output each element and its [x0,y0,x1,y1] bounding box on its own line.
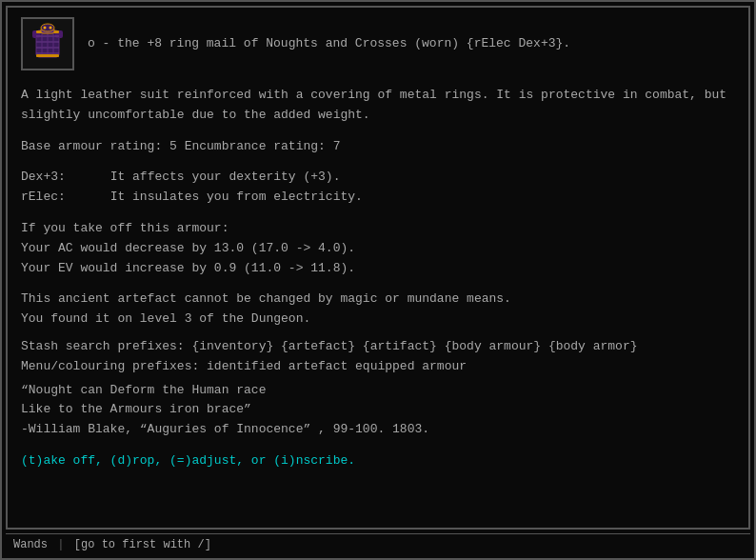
stats-text: Base armour rating: 5 Encumbrance rating… [21,139,340,153]
bottom-left: Wands [13,538,48,551]
description-block: A light leather suit reinforced with a c… [21,86,735,126]
item-name-text: o - the +8 ring mail of Noughts and Cros… [88,36,570,50]
prop-key-1: rElec: [21,190,66,204]
svg-rect-13 [36,54,59,57]
stash-line-0: Stash search prefixes: {inventory} {arte… [21,337,735,357]
artefact-info-block: This ancient artefact cannot be changed … [21,290,735,330]
quote-line-2: -William Blake, “Auguries of Innocence” … [21,420,735,440]
bottom-bar: Wands | [go to first with /] [6,533,750,554]
artefact-line-1: You found it on level 3 of the Dungeon. [21,310,735,330]
svg-point-15 [41,24,54,31]
quote-line-1: Like to the Armours iron brace” [21,400,735,420]
artefact-line-0: This ancient artefact cannot be changed … [21,290,735,310]
remove-line-1: Your AC would decrease by 13.0 (17.0 -> … [21,239,735,259]
item-title: o - the +8 ring mail of Noughts and Cros… [88,35,570,52]
prop-row-1: rElec: It insulates you from electricity… [21,188,735,208]
quote-block: “Nought can Deform the Human race Like t… [21,381,735,440]
remove-info-block: If you take off this armour: Your AC wou… [21,219,735,278]
stash-line-1: Menu/colouring prefixes: identified arte… [21,357,735,377]
prop-key-0: Dex+3: [21,170,66,184]
bottom-right: [go to first with /] [74,538,211,551]
action-text: (t)ake off, (d)rop, (=)adjust, or (i)nsc… [21,453,355,468]
item-header: o - the +8 ring mail of Noughts and Cros… [21,17,735,70]
prop-val-0: It affects your dexterity (+3). [110,170,341,184]
prop-row-0: Dex+3: It affects your dexterity (+3). [21,168,735,188]
svg-point-17 [50,27,52,30]
stats-block: Base armour rating: 5 Encumbrance rating… [21,137,735,157]
svg-point-16 [44,27,47,30]
item-icon [21,17,74,70]
description-text: A light leather suit reinforced with a c… [21,88,726,122]
action-line[interactable]: (t)ake off, (d)rop, (=)adjust, or (i)nsc… [21,451,735,471]
window: o - the +8 ring mail of Noughts and Cros… [0,0,756,560]
main-panel: o - the +8 ring mail of Noughts and Cros… [6,6,750,530]
stash-info-block: Stash search prefixes: {inventory} {arte… [21,337,735,377]
remove-line-0: If you take off this armour: [21,219,735,239]
prop-val-1: It insulates you from electricity. [110,190,363,204]
remove-line-2: Your EV would increase by 0.9 (11.0 -> 1… [21,259,735,279]
quote-line-0: “Nought can Deform the Human race [21,381,735,401]
properties-block: Dex+3: It affects your dexterity (+3). r… [21,168,735,208]
